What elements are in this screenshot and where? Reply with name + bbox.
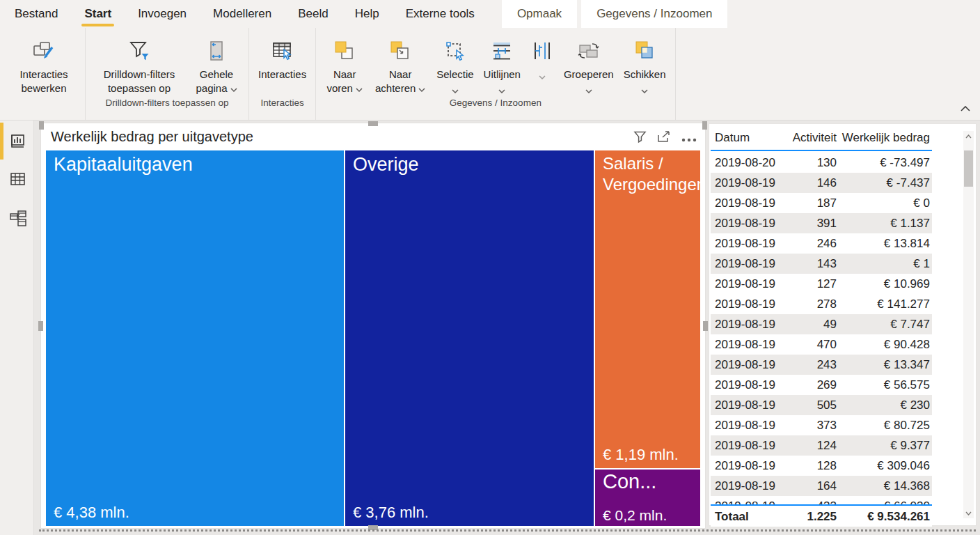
resize-handle-left[interactable] (38, 321, 43, 331)
cell-datum: 2019-08-19 (711, 294, 791, 314)
collapse-ribbon-button[interactable] (958, 99, 973, 117)
treemap-visual[interactable]: Werkelijk bedrag per uitgavetype Kapitaa… (41, 123, 705, 528)
cell-activiteit: 164 (791, 476, 837, 496)
treemap-block-value: € 1,19 mln. (603, 446, 679, 464)
menu-item-externe-tools[interactable]: Externe tools (393, 0, 488, 28)
menu-item-bestand[interactable]: Bestand (1, 0, 71, 28)
data-view-icon (9, 171, 26, 187)
table-row[interactable]: 2019-08-1949€ 7.747 (711, 314, 932, 334)
distribute-button[interactable] (525, 35, 559, 84)
bring-forward-icon (333, 36, 356, 65)
menu-item-beeld[interactable]: Beeld (285, 0, 341, 28)
table-row[interactable]: 2019-08-19127€ 10.969 (711, 274, 932, 294)
interactions-icon (271, 36, 294, 65)
cell-activiteit: 278 (791, 294, 837, 314)
table-row[interactable]: 2019-08-19278€ 141.277 (711, 294, 932, 314)
resize-handle-right[interactable] (703, 321, 708, 331)
table-row[interactable]: 2019-08-19373€ 80.725 (711, 415, 932, 435)
resize-handle-top-left[interactable] (39, 121, 44, 130)
table-row[interactable]: 2019-08-19246€ 13.814 (711, 233, 932, 254)
focus-mode-icon[interactable] (657, 130, 671, 146)
drilldown-filters-label: Drilldown-filters toepassen op (95, 68, 184, 95)
entire-page-button[interactable]: Gehele pagina (189, 35, 244, 96)
cell-bedrag: € 0 (837, 193, 932, 213)
report-view-button[interactable] (9, 133, 26, 150)
cell-activiteit: 143 (791, 254, 837, 274)
table-scrollbar[interactable] (963, 131, 974, 518)
cell-bedrag: € 7.747 (837, 314, 932, 334)
table-visual[interactable]: Datum Activiteit Werkelijk bedrag 2019-0… (709, 124, 976, 525)
send-backward-button[interactable]: Naar achteren (369, 35, 432, 96)
table-row[interactable]: 2019-08-19505€ 230 (711, 395, 932, 415)
treemap-block-overige[interactable]: Overige € 3,76 mln. (345, 150, 594, 526)
table-row[interactable]: 2019-08-20130€ -73.497 (711, 153, 932, 173)
interactions-button[interactable]: Interacties (253, 35, 311, 83)
page-bottom-edge (39, 529, 976, 532)
table-row[interactable]: 2019-08-19433€ 66.030 (711, 496, 932, 504)
menu-item-modelleren[interactable]: Modelleren (200, 0, 285, 28)
column-header-activiteit[interactable]: Activiteit (791, 131, 837, 145)
cell-activiteit: 124 (791, 435, 837, 456)
resize-handle-top[interactable] (368, 121, 378, 126)
report-view-icon (9, 133, 26, 150)
header-underline (711, 150, 932, 151)
menu-item-invoegen[interactable]: Invoegen (125, 0, 200, 28)
menu-item-start[interactable]: Start (71, 0, 125, 28)
entire-page-label: Gehele pagina (196, 68, 233, 94)
treemap-block-con[interactable]: Con... € 0,2 mln. (595, 470, 700, 526)
cell-datum: 2019-08-19 (711, 173, 791, 193)
cell-bedrag: € 90.428 (837, 334, 932, 355)
contextual-tab-gegevens-inzoomen[interactable]: Gegevens / Inzoomen (581, 0, 727, 28)
treemap-block-value: € 0,2 mln. (603, 507, 667, 524)
bring-forward-button[interactable]: Naar voren (320, 35, 369, 96)
menu-bar: Bestand Start Invoegen Modelleren Beeld … (0, 0, 980, 28)
ribbon-group-data-zoom: Naar voren Naar achteren (316, 28, 675, 120)
align-label: Uitlijnen (484, 68, 521, 82)
treemap-block-salaris-vergoedingen[interactable]: Salaris / Vergoedingen € 1,19 mln. (595, 150, 700, 468)
selection-label: Selectie (436, 68, 473, 82)
cell-activiteit: 269 (791, 375, 837, 395)
table-row[interactable]: 2019-08-19391€ 1.137 (711, 213, 932, 233)
table-row[interactable]: 2019-08-19143€ 1 (711, 254, 932, 274)
scroll-up-icon[interactable] (963, 131, 974, 141)
arrange-button[interactable]: Schikken (619, 35, 671, 98)
scroll-down-icon[interactable] (963, 508, 974, 518)
chevron-down-icon (641, 84, 648, 96)
filter-icon[interactable] (633, 130, 647, 146)
total-separator-line (711, 504, 932, 506)
total-bedrag: € 9.534.261 (837, 506, 932, 527)
table-row[interactable]: 2019-08-19164€ 14.368 (711, 476, 932, 496)
table-row[interactable]: 2019-08-19470€ 90.428 (711, 334, 932, 355)
selection-button[interactable]: Selectie (432, 35, 478, 98)
contextual-tab-opmaak[interactable]: Opmaak (502, 0, 577, 28)
drilldown-filters-button[interactable]: Drilldown-filters toepassen op (90, 35, 189, 96)
table-row[interactable]: 2019-08-19269€ 56.575 (711, 375, 932, 395)
cell-activiteit: 146 (791, 173, 837, 193)
edit-interactions-button[interactable]: Interacties bewerken (7, 35, 81, 96)
table-row[interactable]: 2019-08-19128€ 309.046 (711, 456, 932, 476)
cell-datum: 2019-08-19 (711, 334, 791, 355)
data-view-button[interactable] (9, 171, 26, 187)
table-row[interactable]: 2019-08-19243€ 13.347 (711, 355, 932, 375)
table-row[interactable]: 2019-08-19187€ 0 (711, 193, 932, 213)
more-options-icon[interactable] (681, 132, 697, 145)
cell-activiteit: 187 (791, 193, 837, 213)
chevron-down-icon (498, 84, 505, 96)
resize-handle-top-right[interactable] (702, 121, 707, 130)
menu-item-help[interactable]: Help (342, 0, 393, 28)
table-row[interactable]: 2019-08-19124€ 9.377 (711, 435, 932, 456)
cell-activiteit: 130 (791, 153, 837, 173)
column-header-werkelijk-bedrag[interactable]: Werkelijk bedrag (837, 131, 932, 145)
group-button[interactable]: Groeperen (559, 35, 619, 98)
model-view-button[interactable] (9, 210, 26, 226)
scrollbar-thumb[interactable] (964, 150, 973, 187)
drilldown-filter-icon (127, 36, 151, 65)
total-label: Totaal (711, 506, 791, 527)
treemap-block-kapitaaluitgaven[interactable]: Kapitaaluitgaven € 4,38 mln. (46, 150, 344, 526)
column-header-datum[interactable]: Datum (711, 131, 791, 145)
table-rows: 2019-08-20130€ -73.4972019-08-19146€ -7.… (711, 153, 932, 504)
selection-icon (443, 36, 467, 65)
table-row[interactable]: 2019-08-19146€ -7.437 (711, 173, 932, 193)
cell-datum: 2019-08-19 (711, 193, 791, 213)
align-button[interactable]: Uitlijnen (479, 35, 525, 98)
